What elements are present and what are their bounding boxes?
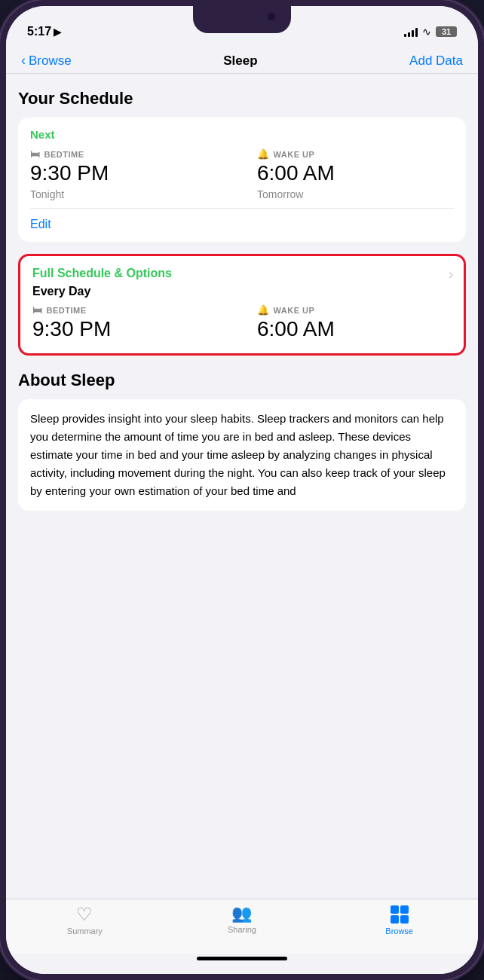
bedtime-label-text: BEDTIME — [44, 150, 84, 159]
signal-bar-1 — [404, 34, 406, 37]
wakeup-sub: Tomorrow — [257, 188, 454, 200]
grid-cell-1 — [391, 905, 399, 914]
summary-label: Summary — [67, 927, 103, 936]
back-chevron-icon: ‹ — [21, 53, 26, 69]
bed-icon: 🛏 — [30, 148, 41, 160]
heart-icon: ♡ — [76, 905, 93, 924]
home-indicator-area — [6, 954, 478, 974]
full-schedule-labels-row: 🛏 BEDTIME 🔔 WAKE UP — [32, 304, 452, 316]
location-icon: ▶ — [54, 26, 61, 38]
time-sub-row: Tonight Tomorrow — [30, 187, 454, 200]
battery-level: 31 — [442, 27, 451, 36]
full-wakeup-label: 🔔 WAKE UP — [257, 304, 452, 316]
signal-bar-2 — [408, 32, 410, 37]
about-sleep-text: Sleep provides insight into your sleep h… — [30, 410, 454, 500]
bedtime-label: 🛏 BEDTIME — [30, 148, 227, 160]
full-bedtime-label: 🛏 BEDTIME — [32, 304, 227, 316]
card-divider — [30, 208, 454, 209]
time-values-row: 9:30 PM 6:00 AM — [30, 161, 454, 185]
status-time: 5:17 ▶ — [27, 25, 61, 38]
edit-link[interactable]: Edit — [30, 218, 454, 231]
full-alarm-icon: 🔔 — [257, 304, 270, 316]
home-indicator — [197, 957, 287, 960]
full-schedule-subtitle: Every Day — [32, 285, 452, 298]
signal-bars — [404, 26, 418, 37]
status-bar: 5:17 ▶ ∿ 31 — [6, 6, 478, 47]
wakeup-label-text: WAKE UP — [274, 150, 315, 159]
signal-bar-3 — [412, 30, 414, 37]
tab-summary[interactable]: ♡ Summary — [54, 905, 115, 936]
schedule-labels-row: 🛏 BEDTIME 🔔 WAKE UP — [30, 148, 454, 160]
nav-title: Sleep — [223, 53, 257, 69]
add-data-button[interactable]: Add Data — [409, 53, 463, 69]
schedule-card: Next 🛏 BEDTIME 🔔 WAKE UP 9:30 PM 6:00 AM — [18, 118, 466, 242]
grid-cell-2 — [400, 905, 409, 914]
signal-bar-4 — [415, 28, 418, 37]
tab-sharing[interactable]: 👥 Sharing — [212, 905, 272, 934]
full-bed-icon: 🛏 — [32, 304, 43, 316]
schedule-section-title: Your Schedule — [18, 89, 466, 108]
grid-cell-3 — [391, 915, 399, 924]
back-button[interactable]: ‹ Browse — [21, 53, 72, 69]
tab-bar: ♡ Summary 👥 Sharing Browse — [6, 899, 478, 954]
battery-icon: 31 — [436, 26, 457, 37]
full-bedtime-label-text: BEDTIME — [47, 306, 87, 315]
bedtime-sub: Tonight — [30, 188, 227, 200]
screen: 5:17 ▶ ∿ 31 ‹ Browse — [6, 6, 478, 974]
notch — [193, 6, 291, 33]
wakeup-label: 🔔 WAKE UP — [257, 148, 454, 160]
full-wakeup-value: 6:00 AM — [257, 317, 452, 341]
scroll-content: Your Schedule Next 🛏 BEDTIME 🔔 WAKE UP 9… — [6, 74, 478, 899]
full-schedule-title: Full Schedule & Options — [32, 267, 452, 280]
full-schedule-card[interactable]: Full Schedule & Options › Every Day 🛏 BE… — [18, 254, 466, 356]
alarm-icon: 🔔 — [257, 148, 270, 160]
status-icons: ∿ 31 — [404, 26, 457, 38]
time-display: 5:17 — [27, 25, 51, 38]
browse-label: Browse — [385, 927, 413, 936]
sharing-label: Sharing — [228, 925, 256, 934]
grid-cell-4 — [400, 915, 409, 924]
tab-browse[interactable]: Browse — [369, 905, 430, 936]
bedtime-value: 9:30 PM — [30, 161, 227, 185]
back-label: Browse — [29, 53, 72, 69]
full-time-row: 9:30 PM 6:00 AM — [32, 317, 452, 341]
about-sleep-card: Sleep provides insight into your sleep h… — [18, 399, 466, 511]
next-label: Next — [30, 128, 454, 141]
full-bedtime-value: 9:30 PM — [32, 317, 227, 341]
full-schedule-chevron-icon: › — [449, 267, 453, 282]
wifi-icon: ∿ — [422, 26, 431, 38]
about-sleep-title: About Sleep — [18, 371, 466, 390]
nav-bar: ‹ Browse Sleep Add Data — [6, 47, 478, 74]
phone-frame: 5:17 ▶ ∿ 31 ‹ Browse — [0, 0, 484, 980]
people-icon: 👥 — [231, 905, 252, 922]
wakeup-value: 6:00 AM — [257, 161, 454, 185]
notch-camera — [267, 12, 276, 21]
full-wakeup-label-text: WAKE UP — [274, 306, 315, 315]
browse-grid-icon — [391, 905, 409, 924]
